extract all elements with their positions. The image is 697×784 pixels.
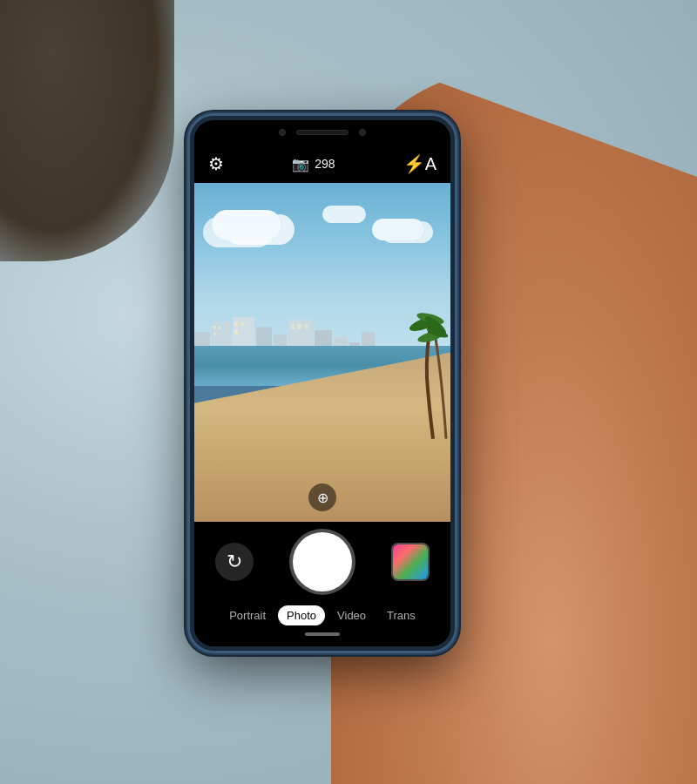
speaker-grille <box>296 130 348 135</box>
mode-portrait[interactable]: Portrait <box>220 605 274 625</box>
svg-rect-16 <box>290 324 294 329</box>
shutter-row: ↻ <box>208 532 436 591</box>
settings-icon[interactable]: ⚙ <box>208 153 224 174</box>
svg-rect-12 <box>213 332 216 335</box>
svg-rect-15 <box>234 330 238 335</box>
flip-camera-button[interactable]: ↻ <box>215 543 254 581</box>
mode-trans[interactable]: Trans <box>378 605 424 625</box>
svg-rect-14 <box>240 321 244 326</box>
mode-photo[interactable]: Photo <box>278 605 325 625</box>
photo-count-value: 298 <box>315 157 335 171</box>
zoom-icon: ⊕ <box>317 490 328 506</box>
phone-body: ⚙ 📷 298 ⚡A <box>187 113 457 653</box>
phone-notch <box>194 120 450 145</box>
photo-count-area: 📷 298 <box>292 156 335 172</box>
svg-rect-18 <box>304 324 308 329</box>
palm-trees <box>403 267 450 470</box>
front-sensor <box>359 129 366 136</box>
gallery-thumbnail[interactable] <box>391 543 430 581</box>
camera-viewfinder[interactable]: ⊕ <box>194 183 450 522</box>
svg-rect-17 <box>297 324 301 329</box>
cloud-3 <box>322 206 366 223</box>
phone-screen: ⚙ 📷 298 ⚡A <box>194 145 450 646</box>
svg-rect-13 <box>234 321 238 326</box>
camera-controls: ↻ Portrait Photo Video <box>194 522 450 646</box>
cloud-2 <box>372 219 424 240</box>
camera-mode-row: Portrait Photo Video Trans <box>208 605 436 625</box>
cloud-1 <box>212 210 281 240</box>
front-camera <box>279 129 286 136</box>
flash-icon[interactable]: ⚡A <box>403 153 436 174</box>
mode-video[interactable]: Video <box>328 605 375 625</box>
svg-rect-10 <box>213 326 216 329</box>
flip-icon: ↻ <box>227 551 242 573</box>
phone-wrapper: ⚙ 📷 298 ⚡A <box>187 113 457 653</box>
thumbnail-image <box>393 544 428 579</box>
home-indicator <box>305 632 340 636</box>
shutter-button[interactable] <box>293 532 352 591</box>
camera-topbar: ⚙ 📷 298 ⚡A <box>194 145 450 183</box>
clouds <box>194 201 450 276</box>
svg-rect-11 <box>219 326 221 329</box>
zoom-button[interactable]: ⊕ <box>308 483 336 511</box>
photo-count-icon: 📷 <box>292 156 309 172</box>
